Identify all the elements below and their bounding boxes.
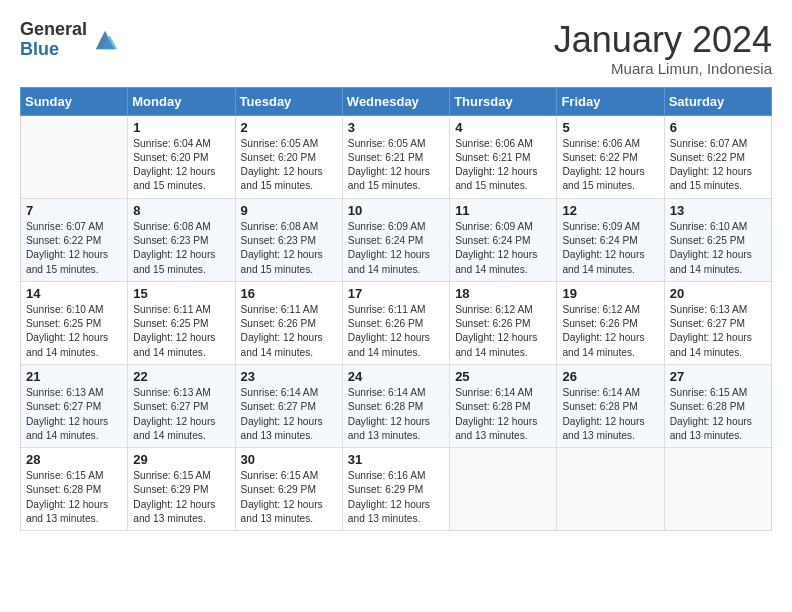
- calendar-cell: 27Sunrise: 6:15 AM Sunset: 6:28 PM Dayli…: [664, 364, 771, 447]
- day-info: Sunrise: 6:07 AM Sunset: 6:22 PM Dayligh…: [26, 220, 122, 277]
- day-number: 10: [348, 203, 444, 218]
- calendar-cell: 13Sunrise: 6:10 AM Sunset: 6:25 PM Dayli…: [664, 198, 771, 281]
- logo-icon: [91, 26, 119, 54]
- day-number: 7: [26, 203, 122, 218]
- day-info: Sunrise: 6:06 AM Sunset: 6:21 PM Dayligh…: [455, 137, 551, 194]
- day-info: Sunrise: 6:04 AM Sunset: 6:20 PM Dayligh…: [133, 137, 229, 194]
- calendar-cell: 14Sunrise: 6:10 AM Sunset: 6:25 PM Dayli…: [21, 281, 128, 364]
- calendar-cell: 30Sunrise: 6:15 AM Sunset: 6:29 PM Dayli…: [235, 448, 342, 531]
- calendar-cell: [664, 448, 771, 531]
- calendar-cell: 25Sunrise: 6:14 AM Sunset: 6:28 PM Dayli…: [450, 364, 557, 447]
- calendar-cell: 7Sunrise: 6:07 AM Sunset: 6:22 PM Daylig…: [21, 198, 128, 281]
- day-number: 24: [348, 369, 444, 384]
- location: Muara Limun, Indonesia: [554, 60, 772, 77]
- calendar-cell: 29Sunrise: 6:15 AM Sunset: 6:29 PM Dayli…: [128, 448, 235, 531]
- calendar-cell: 8Sunrise: 6:08 AM Sunset: 6:23 PM Daylig…: [128, 198, 235, 281]
- calendar-cell: 22Sunrise: 6:13 AM Sunset: 6:27 PM Dayli…: [128, 364, 235, 447]
- day-info: Sunrise: 6:13 AM Sunset: 6:27 PM Dayligh…: [670, 303, 766, 360]
- day-info: Sunrise: 6:11 AM Sunset: 6:25 PM Dayligh…: [133, 303, 229, 360]
- page-header: General Blue January 2024 Muara Limun, I…: [20, 20, 772, 77]
- day-number: 17: [348, 286, 444, 301]
- calendar-cell: 28Sunrise: 6:15 AM Sunset: 6:28 PM Dayli…: [21, 448, 128, 531]
- calendar-cell: 9Sunrise: 6:08 AM Sunset: 6:23 PM Daylig…: [235, 198, 342, 281]
- calendar-cell: 23Sunrise: 6:14 AM Sunset: 6:27 PM Dayli…: [235, 364, 342, 447]
- day-info: Sunrise: 6:14 AM Sunset: 6:28 PM Dayligh…: [348, 386, 444, 443]
- calendar-cell: 10Sunrise: 6:09 AM Sunset: 6:24 PM Dayli…: [342, 198, 449, 281]
- day-info: Sunrise: 6:10 AM Sunset: 6:25 PM Dayligh…: [26, 303, 122, 360]
- day-info: Sunrise: 6:10 AM Sunset: 6:25 PM Dayligh…: [670, 220, 766, 277]
- day-info: Sunrise: 6:13 AM Sunset: 6:27 PM Dayligh…: [133, 386, 229, 443]
- calendar-cell: 15Sunrise: 6:11 AM Sunset: 6:25 PM Dayli…: [128, 281, 235, 364]
- day-info: Sunrise: 6:11 AM Sunset: 6:26 PM Dayligh…: [241, 303, 337, 360]
- day-number: 19: [562, 286, 658, 301]
- day-number: 26: [562, 369, 658, 384]
- calendar-week-row: 21Sunrise: 6:13 AM Sunset: 6:27 PM Dayli…: [21, 364, 772, 447]
- day-info: Sunrise: 6:09 AM Sunset: 6:24 PM Dayligh…: [348, 220, 444, 277]
- calendar-cell: 4Sunrise: 6:06 AM Sunset: 6:21 PM Daylig…: [450, 115, 557, 198]
- day-info: Sunrise: 6:14 AM Sunset: 6:27 PM Dayligh…: [241, 386, 337, 443]
- day-info: Sunrise: 6:06 AM Sunset: 6:22 PM Dayligh…: [562, 137, 658, 194]
- calendar-cell: 21Sunrise: 6:13 AM Sunset: 6:27 PM Dayli…: [21, 364, 128, 447]
- calendar-week-row: 1Sunrise: 6:04 AM Sunset: 6:20 PM Daylig…: [21, 115, 772, 198]
- calendar-cell: 31Sunrise: 6:16 AM Sunset: 6:29 PM Dayli…: [342, 448, 449, 531]
- day-info: Sunrise: 6:05 AM Sunset: 6:21 PM Dayligh…: [348, 137, 444, 194]
- calendar-cell: 3Sunrise: 6:05 AM Sunset: 6:21 PM Daylig…: [342, 115, 449, 198]
- day-number: 31: [348, 452, 444, 467]
- day-number: 30: [241, 452, 337, 467]
- calendar-week-row: 28Sunrise: 6:15 AM Sunset: 6:28 PM Dayli…: [21, 448, 772, 531]
- logo: General Blue: [20, 20, 119, 60]
- day-number: 12: [562, 203, 658, 218]
- day-number: 28: [26, 452, 122, 467]
- day-number: 22: [133, 369, 229, 384]
- calendar-cell: [450, 448, 557, 531]
- day-info: Sunrise: 6:16 AM Sunset: 6:29 PM Dayligh…: [348, 469, 444, 526]
- calendar-cell: 17Sunrise: 6:11 AM Sunset: 6:26 PM Dayli…: [342, 281, 449, 364]
- day-number: 4: [455, 120, 551, 135]
- day-info: Sunrise: 6:12 AM Sunset: 6:26 PM Dayligh…: [562, 303, 658, 360]
- logo-blue-text: Blue: [20, 40, 87, 60]
- day-number: 9: [241, 203, 337, 218]
- calendar-weekday-header: Tuesday: [235, 87, 342, 115]
- day-number: 20: [670, 286, 766, 301]
- calendar-header-row: SundayMondayTuesdayWednesdayThursdayFrid…: [21, 87, 772, 115]
- calendar-week-row: 14Sunrise: 6:10 AM Sunset: 6:25 PM Dayli…: [21, 281, 772, 364]
- calendar-table: SundayMondayTuesdayWednesdayThursdayFrid…: [20, 87, 772, 532]
- calendar-weekday-header: Wednesday: [342, 87, 449, 115]
- day-number: 1: [133, 120, 229, 135]
- day-info: Sunrise: 6:05 AM Sunset: 6:20 PM Dayligh…: [241, 137, 337, 194]
- calendar-weekday-header: Monday: [128, 87, 235, 115]
- day-number: 8: [133, 203, 229, 218]
- day-number: 11: [455, 203, 551, 218]
- day-info: Sunrise: 6:07 AM Sunset: 6:22 PM Dayligh…: [670, 137, 766, 194]
- day-info: Sunrise: 6:13 AM Sunset: 6:27 PM Dayligh…: [26, 386, 122, 443]
- calendar-cell: 12Sunrise: 6:09 AM Sunset: 6:24 PM Dayli…: [557, 198, 664, 281]
- calendar-cell: 11Sunrise: 6:09 AM Sunset: 6:24 PM Dayli…: [450, 198, 557, 281]
- calendar-cell: 20Sunrise: 6:13 AM Sunset: 6:27 PM Dayli…: [664, 281, 771, 364]
- day-info: Sunrise: 6:14 AM Sunset: 6:28 PM Dayligh…: [455, 386, 551, 443]
- day-number: 29: [133, 452, 229, 467]
- day-number: 18: [455, 286, 551, 301]
- calendar-weekday-header: Thursday: [450, 87, 557, 115]
- day-number: 2: [241, 120, 337, 135]
- day-number: 25: [455, 369, 551, 384]
- calendar-cell: 2Sunrise: 6:05 AM Sunset: 6:20 PM Daylig…: [235, 115, 342, 198]
- month-title: January 2024: [554, 20, 772, 60]
- day-info: Sunrise: 6:08 AM Sunset: 6:23 PM Dayligh…: [241, 220, 337, 277]
- day-info: Sunrise: 6:12 AM Sunset: 6:26 PM Dayligh…: [455, 303, 551, 360]
- day-info: Sunrise: 6:15 AM Sunset: 6:29 PM Dayligh…: [241, 469, 337, 526]
- calendar-cell: 24Sunrise: 6:14 AM Sunset: 6:28 PM Dayli…: [342, 364, 449, 447]
- calendar-week-row: 7Sunrise: 6:07 AM Sunset: 6:22 PM Daylig…: [21, 198, 772, 281]
- calendar-cell: 1Sunrise: 6:04 AM Sunset: 6:20 PM Daylig…: [128, 115, 235, 198]
- calendar-cell: 26Sunrise: 6:14 AM Sunset: 6:28 PM Dayli…: [557, 364, 664, 447]
- day-number: 15: [133, 286, 229, 301]
- day-info: Sunrise: 6:08 AM Sunset: 6:23 PM Dayligh…: [133, 220, 229, 277]
- calendar-cell: 18Sunrise: 6:12 AM Sunset: 6:26 PM Dayli…: [450, 281, 557, 364]
- day-info: Sunrise: 6:15 AM Sunset: 6:29 PM Dayligh…: [133, 469, 229, 526]
- day-number: 16: [241, 286, 337, 301]
- day-number: 6: [670, 120, 766, 135]
- calendar-weekday-header: Friday: [557, 87, 664, 115]
- day-number: 21: [26, 369, 122, 384]
- calendar-cell: 5Sunrise: 6:06 AM Sunset: 6:22 PM Daylig…: [557, 115, 664, 198]
- calendar-weekday-header: Sunday: [21, 87, 128, 115]
- day-number: 27: [670, 369, 766, 384]
